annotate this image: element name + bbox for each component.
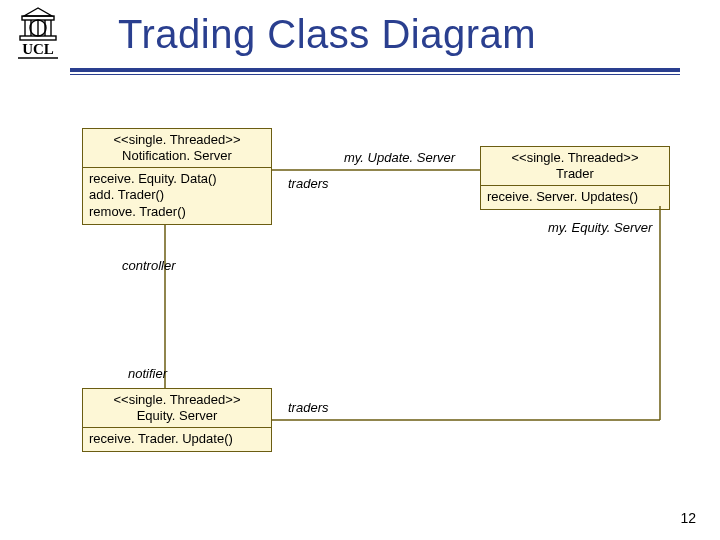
- class-name: Equity. Server: [89, 408, 265, 424]
- class-head: <<single. Threaded>> Equity. Server: [83, 389, 271, 428]
- page-number: 12: [680, 510, 696, 526]
- class-name: Notification. Server: [89, 148, 265, 164]
- label-traders-bottom: traders: [288, 400, 328, 415]
- class-op: add. Trader(): [89, 187, 265, 203]
- class-body: receive. Server. Updates(): [481, 186, 669, 209]
- class-op: receive. Trader. Update(): [89, 431, 265, 447]
- class-trader: <<single. Threaded>> Trader receive. Ser…: [480, 146, 670, 210]
- class-op: remove. Trader(): [89, 204, 265, 220]
- label-my-update-server: my. Update. Server: [344, 150, 455, 165]
- stereotype: <<single. Threaded>>: [487, 150, 663, 166]
- stereotype: <<single. Threaded>>: [89, 132, 265, 148]
- class-body: receive. Trader. Update(): [83, 428, 271, 451]
- class-head: <<single. Threaded>> Notification. Serve…: [83, 129, 271, 168]
- diagram-canvas: <<single. Threaded>> Notification. Serve…: [0, 0, 720, 540]
- class-name: Trader: [487, 166, 663, 182]
- class-body: receive. Equity. Data() add. Trader() re…: [83, 168, 271, 224]
- connector-lines: [0, 0, 720, 540]
- class-equity-server: <<single. Threaded>> Equity. Server rece…: [82, 388, 272, 452]
- class-op: receive. Server. Updates(): [487, 189, 663, 205]
- class-op: receive. Equity. Data(): [89, 171, 265, 187]
- label-controller: controller: [122, 258, 175, 273]
- label-traders-top: traders: [288, 176, 328, 191]
- label-my-equity-server: my. Equity. Server: [548, 220, 652, 235]
- class-notification-server: <<single. Threaded>> Notification. Serve…: [82, 128, 272, 225]
- label-notifier: notifier: [128, 366, 167, 381]
- class-head: <<single. Threaded>> Trader: [481, 147, 669, 186]
- stereotype: <<single. Threaded>>: [89, 392, 265, 408]
